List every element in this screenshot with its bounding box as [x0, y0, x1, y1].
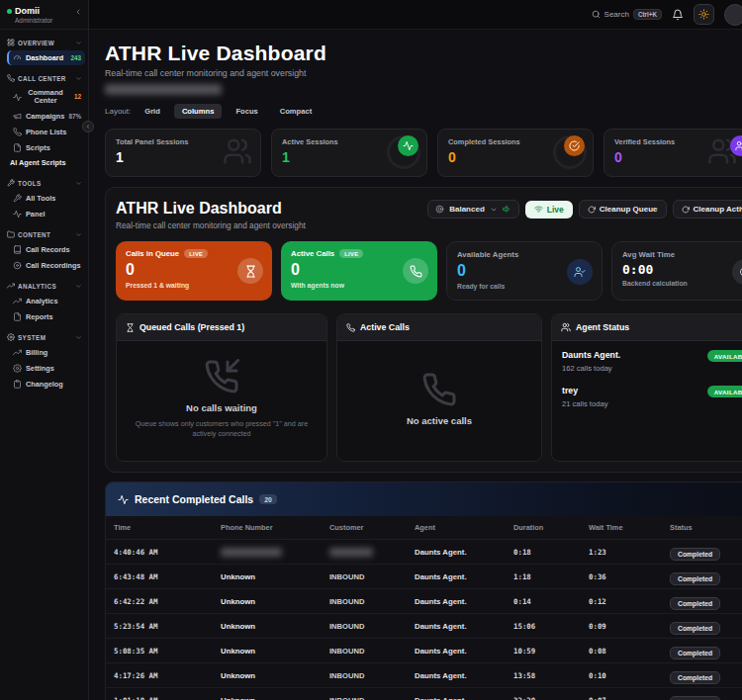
- table-row[interactable]: 6:43:48 AM Unknown INBOUND Daunts Agent.…: [106, 565, 742, 589]
- sidebar-item-analytics[interactable]: Analytics: [9, 294, 85, 308]
- table-row[interactable]: 1:01:10 AM Unknown INBOUND Daunts Agent.…: [106, 688, 742, 700]
- live-card-subtitle: Real-time call center monitoring and age…: [116, 220, 306, 230]
- kpi-calls-in-queue: Calls in Queue LIVE 0 Pressed 1 & waitin…: [116, 241, 272, 301]
- status-badge: Completed: [670, 548, 720, 561]
- section-call-center[interactable]: CALL CENTER: [0, 69, 88, 85]
- trend-icon: [13, 348, 22, 357]
- users-icon: [223, 136, 252, 166]
- kpi-row: Calls in Queue LIVE 0 Pressed 1 & waitin…: [116, 241, 742, 301]
- queued-calls-panel: Queued Calls (Pressed 1) No calls waitin…: [116, 313, 327, 462]
- sidebar-item-command-center[interactable]: Command Center 12: [9, 86, 85, 108]
- table-row[interactable]: 4:40:46 AM Daunts Agent. 0:18 1:23 Compl…: [106, 540, 742, 565]
- stat-verified-sessions: Verified Sessions 0: [603, 129, 742, 177]
- table-row[interactable]: 5:08:35 AM Unknown INBOUND Daunts Agent.…: [106, 639, 742, 663]
- sidebar-item-settings[interactable]: Settings: [9, 361, 85, 376]
- agent-row: Daunts Agent. 162 calls today AVAILABLE: [552, 341, 742, 373]
- phone-icon: [7, 74, 15, 82]
- sidebar-item-phone-lists[interactable]: Phone Lists: [9, 125, 85, 139]
- dashboard-badge: 243: [70, 54, 81, 62]
- search-input[interactable]: Search Ctrl+K: [592, 9, 662, 20]
- sidebar-item-billing[interactable]: Billing: [9, 345, 85, 360]
- layout-option-grid[interactable]: Grid: [137, 104, 168, 119]
- page-subtitle: Real-time call center monitoring and age…: [105, 68, 742, 78]
- recent-completed-calls: Recent Completed Calls 20 Time Phone Num…: [105, 481, 742, 700]
- chevron-left-icon: [85, 124, 91, 130]
- layout-option-focus[interactable]: Focus: [228, 104, 265, 119]
- volume-icon: [503, 205, 511, 214]
- brand: Domii Administrator: [0, 0, 88, 30]
- layout-switcher: Layout: Grid Columns Focus Compact: [105, 104, 742, 119]
- phone-icon: [13, 128, 22, 136]
- cleanup-queue-button[interactable]: Cleanup Queue: [579, 200, 667, 219]
- mode-select[interactable]: Balanced: [427, 200, 519, 219]
- campaigns-badge: 87%: [68, 113, 81, 121]
- chevron-down-icon: [75, 180, 82, 187]
- activity-icon: [403, 140, 414, 151]
- wifi-icon: [534, 205, 543, 214]
- chevron-down-icon: [75, 231, 82, 238]
- chevron-down-icon: [75, 75, 82, 82]
- gauge-icon: [13, 53, 22, 62]
- refresh-icon: [588, 206, 596, 214]
- theme-toggle-button[interactable]: [694, 4, 714, 25]
- sidebar-item-reports[interactable]: Reports: [9, 309, 85, 324]
- sidebar-item-call-records[interactable]: Call Records: [9, 242, 85, 257]
- user-check-icon: [735, 140, 742, 151]
- live-toggle-button[interactable]: Live: [525, 201, 573, 219]
- sidebar-item-scripts[interactable]: Scripts: [9, 140, 85, 155]
- kpi-available-agents: Available Agents 0 Ready for calls: [446, 241, 603, 301]
- status-badge: Completed: [670, 622, 720, 635]
- notifications-button[interactable]: [672, 9, 684, 21]
- agent-row: trey 21 calls today AVAILABLE: [552, 373, 742, 408]
- trend-icon: [7, 282, 15, 290]
- sidebar-item-all-tools[interactable]: All Tools: [9, 191, 85, 206]
- gear-icon: [13, 364, 22, 373]
- session-stats-row: Total Panel Sessions 1 Active Sessions 1…: [105, 129, 742, 177]
- search-icon: [592, 10, 601, 19]
- phone-icon: [346, 323, 355, 332]
- layout-option-compact[interactable]: Compact: [272, 104, 321, 119]
- status-badge: AVAILABLE: [707, 350, 742, 362]
- status-badge: Completed: [670, 647, 720, 659]
- section-content[interactable]: CONTENT: [0, 225, 88, 241]
- section-tools[interactable]: TOOLS: [0, 174, 88, 190]
- sidebar-item-panel[interactable]: Panel: [9, 207, 85, 221]
- users-icon: [561, 322, 571, 332]
- redacted-text: [105, 84, 222, 95]
- brand-name: Domii: [15, 6, 52, 16]
- sidebar-item-changelog[interactable]: Changelog: [9, 377, 85, 392]
- live-card-title: ATHR Live Dashboard: [116, 200, 306, 218]
- sidebar-item-dashboard[interactable]: Dashboard 243: [7, 50, 85, 65]
- kpi-active-calls: Active Calls LIVE 0 With agents now: [281, 241, 437, 301]
- file-icon: [13, 143, 22, 152]
- table-row[interactable]: 5:23:54 AM Unknown INBOUND Daunts Agent.…: [106, 614, 742, 639]
- live-dashboard-card: ATHR Live Dashboard Real-time call cente…: [105, 187, 742, 473]
- status-badge: Completed: [670, 572, 720, 585]
- sun-icon: [698, 9, 709, 20]
- command-center-badge: 12: [74, 93, 81, 101]
- status-badge: Completed: [670, 597, 720, 610]
- sidebar-item-campaigns[interactable]: Campaigns 87%: [9, 109, 85, 124]
- section-system[interactable]: SYSTEM: [0, 328, 88, 344]
- sidebar-collapse-button[interactable]: [74, 6, 82, 16]
- section-overview[interactable]: OVERVIEW: [0, 34, 88, 49]
- cleanup-active-button[interactable]: Cleanup Active: [673, 200, 742, 219]
- table-row[interactable]: 4:17:26 AM Unknown INBOUND Daunts Agent.…: [106, 663, 742, 688]
- activity-icon: [13, 210, 22, 219]
- chevron-down-icon: [75, 283, 82, 290]
- sidebar-toggle-handle[interactable]: [82, 121, 94, 132]
- redacted-customer: [329, 548, 373, 557]
- sidebar-item-call-recordings[interactable]: Call Recordings: [9, 258, 85, 273]
- check-circle-icon: [569, 140, 580, 151]
- topbar: Search Ctrl+K: [89, 0, 742, 30]
- megaphone-icon: [13, 112, 22, 121]
- grid-icon: [7, 39, 15, 46]
- avatar[interactable]: [724, 4, 742, 26]
- sidebar-item-ai-agent-scripts[interactable]: AI Agent Scripts: [6, 156, 85, 170]
- active-calls-panel: Active Calls No active calls: [336, 313, 542, 462]
- status-badge: AVAILABLE: [707, 386, 742, 397]
- table-row[interactable]: 6:42:22 AM Unknown INBOUND Daunts Agent.…: [106, 589, 742, 614]
- layout-option-columns[interactable]: Columns: [174, 104, 223, 119]
- section-analytics[interactable]: ANALYTICS: [0, 277, 88, 293]
- bell-icon: [672, 9, 684, 21]
